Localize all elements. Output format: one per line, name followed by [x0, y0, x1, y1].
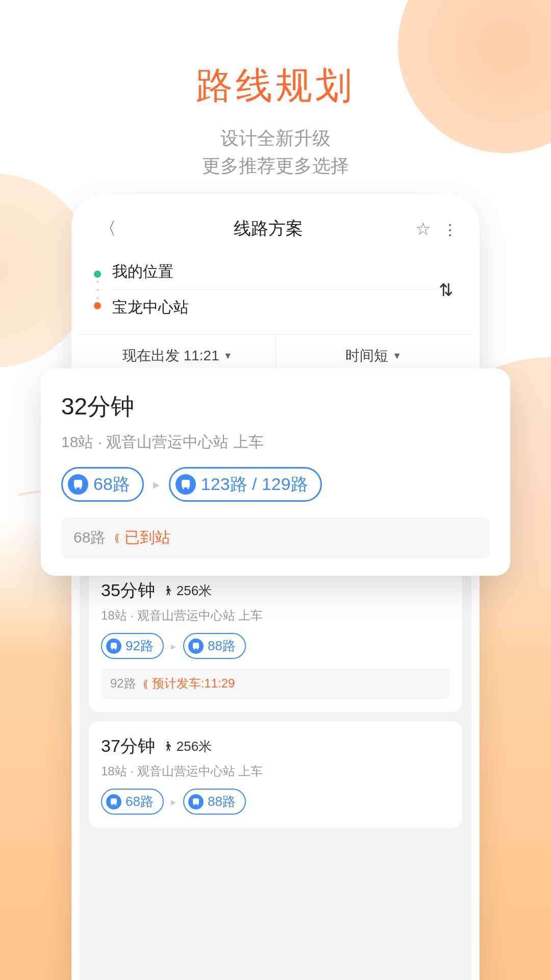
bus-icon [188, 639, 204, 654]
bus-route-pill[interactable]: 92路 [101, 633, 164, 659]
transfer-arrow-icon: ▸ [171, 640, 176, 652]
svg-rect-19 [187, 487, 189, 489]
svg-rect-18 [183, 487, 184, 489]
bus-route-label: 68路 [126, 793, 154, 811]
route-meta: 18站 · 观音山营运中心站 上车 [101, 607, 450, 624]
depart-time-label: 现在出发 11:21 [122, 346, 219, 365]
route-meta: 18站 · 观音山营运中心站 上车 [61, 432, 490, 453]
to-location[interactable]: 宝龙中心站 [112, 290, 435, 325]
bus-icon [188, 794, 204, 810]
bus-route-label: 88路 [208, 637, 236, 655]
bus-route-label: 88路 [208, 793, 236, 811]
transfer-arrow-icon: ▸ [153, 477, 160, 493]
transfer-arrow-icon: ▸ [171, 796, 176, 808]
bus-icon [106, 639, 121, 654]
bus-route-label: 123路 / 129路 [201, 473, 308, 496]
svg-rect-8 [111, 798, 117, 804]
highlighted-route-card[interactable]: 32分钟 18站 · 观音山营运中心站 上车 68路 ▸ 123路 / 129路… [41, 369, 510, 576]
bus-icon [176, 474, 196, 495]
status-route-label: 68路 [73, 527, 106, 548]
signal-icon: ⸨ [143, 678, 148, 690]
signal-icon: ⸨ [115, 532, 119, 544]
route-card[interactable]: 35分钟 256米 18站 · 观音山营运中心站 上车 92路 ▸ 88路 [89, 566, 462, 712]
svg-rect-3 [115, 648, 116, 649]
bus-icon [68, 474, 88, 495]
route-status: 68路 ⸨ 已到站 [61, 517, 490, 558]
status-text: 预计发车:11:29 [152, 675, 235, 692]
marketing-sub-line1: 设计全新升级 [0, 125, 551, 152]
dropdown-icon: ▼ [223, 351, 233, 361]
svg-rect-5 [193, 648, 194, 649]
favorite-button[interactable]: ☆ [415, 218, 431, 239]
more-button[interactable]: ⋯ [442, 222, 460, 235]
svg-rect-4 [193, 643, 199, 648]
marketing-sub-line2: 更多推荐更多选择 [0, 152, 551, 180]
svg-rect-9 [112, 804, 113, 805]
back-button[interactable]: 〈 [94, 214, 121, 243]
bus-route-pill[interactable]: 68路 [61, 467, 144, 502]
phone-mockup: 〈 线路方案 ☆ ⋯ 我的位置 宝龙中心站 ⇅ 现在出发 11:21 ▼ [71, 194, 480, 980]
svg-rect-15 [75, 487, 77, 489]
svg-rect-16 [80, 487, 81, 489]
svg-rect-2 [112, 648, 113, 649]
swap-button[interactable]: ⇅ [435, 276, 457, 304]
bus-route-label: 68路 [93, 473, 130, 496]
route-card[interactable]: 37分钟 256米 18站 · 观音山营运中心站 上车 68路 ▸ 88路 [89, 721, 462, 828]
svg-rect-17 [182, 480, 190, 487]
route-status: 92路 ⸨ 预计发车:11:29 [101, 668, 450, 699]
marketing-subtitle: 设计全新升级 更多推荐更多选择 [0, 125, 551, 180]
svg-rect-13 [197, 804, 198, 805]
route-duration: 35分钟 [101, 579, 155, 602]
bus-route-pill[interactable]: 123路 / 129路 [169, 467, 322, 502]
walk-distance: 256米 [177, 738, 212, 755]
bus-route-pill[interactable]: 88路 [183, 789, 246, 815]
bus-route-pill[interactable]: 88路 [183, 633, 246, 659]
svg-rect-14 [74, 480, 82, 487]
bus-route-label: 92路 [126, 637, 154, 655]
walk-distance: 256米 [177, 582, 212, 600]
walk-icon [162, 741, 173, 752]
marketing-title: 路线规划 [0, 0, 551, 110]
bus-route-pill[interactable]: 68路 [101, 789, 164, 815]
svg-point-7 [167, 742, 169, 744]
route-duration: 32分钟 [61, 391, 490, 423]
svg-rect-1 [111, 643, 117, 648]
status-route-label: 92路 [110, 675, 136, 692]
bus-icon [106, 794, 121, 810]
dropdown-icon: ▼ [392, 351, 402, 361]
status-text: 已到站 [124, 527, 170, 548]
from-location[interactable]: 我的位置 [112, 254, 435, 290]
route-endpoints-icon [94, 271, 101, 309]
route-duration: 37分钟 [101, 734, 155, 758]
sort-label: 时间短 [345, 346, 388, 365]
route-meta: 18站 · 观音山营运中心站 上车 [101, 763, 450, 779]
svg-rect-12 [193, 804, 194, 805]
svg-rect-6 [197, 648, 198, 649]
svg-rect-11 [193, 798, 199, 804]
walk-icon [162, 585, 173, 596]
svg-point-0 [167, 586, 169, 588]
svg-rect-10 [115, 804, 116, 805]
page-title: 线路方案 [234, 217, 303, 240]
